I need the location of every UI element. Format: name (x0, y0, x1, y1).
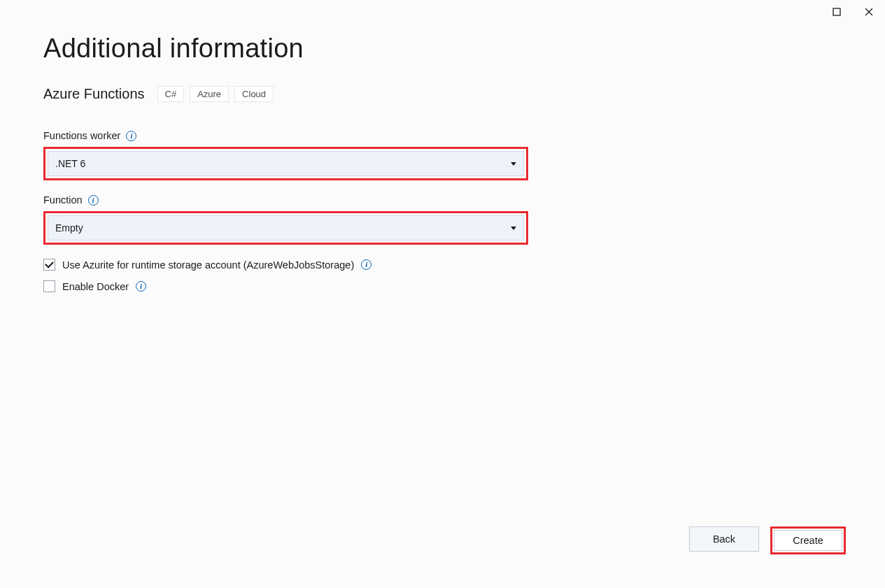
chevron-down-icon (511, 227, 516, 230)
tag-azure: Azure (190, 86, 229, 102)
azurite-label: Use Azurite for runtime storage account … (62, 259, 354, 271)
info-icon[interactable]: i (88, 195, 99, 206)
function-select[interactable]: Empty (48, 215, 524, 241)
functions-worker-highlight: .NET 6 (43, 147, 528, 180)
create-button[interactable]: Create (774, 530, 842, 551)
tag-csharp: C# (157, 86, 185, 102)
function-value: Empty (55, 222, 83, 234)
back-button[interactable]: Back (689, 526, 759, 552)
tag-cloud: Cloud (234, 86, 274, 102)
info-icon[interactable]: i (126, 131, 136, 141)
project-type-label: Azure Functions (43, 86, 145, 102)
info-icon[interactable]: i (361, 259, 371, 270)
create-button-highlight: Create (770, 526, 846, 554)
close-button[interactable] (863, 6, 875, 18)
functions-worker-value: .NET 6 (55, 158, 85, 169)
chevron-down-icon (511, 162, 516, 166)
azurite-checkbox[interactable] (43, 259, 55, 271)
docker-label: Enable Docker (62, 281, 129, 292)
svg-rect-0 (833, 8, 840, 15)
functions-worker-select[interactable]: .NET 6 (48, 151, 524, 176)
function-highlight: Empty (43, 211, 528, 245)
function-label: Function (43, 194, 83, 206)
docker-checkbox[interactable] (43, 280, 55, 292)
maximize-button[interactable] (830, 6, 843, 18)
functions-worker-label: Functions worker (43, 130, 120, 141)
info-icon[interactable]: i (136, 281, 146, 292)
page-title: Additional information (43, 34, 843, 64)
